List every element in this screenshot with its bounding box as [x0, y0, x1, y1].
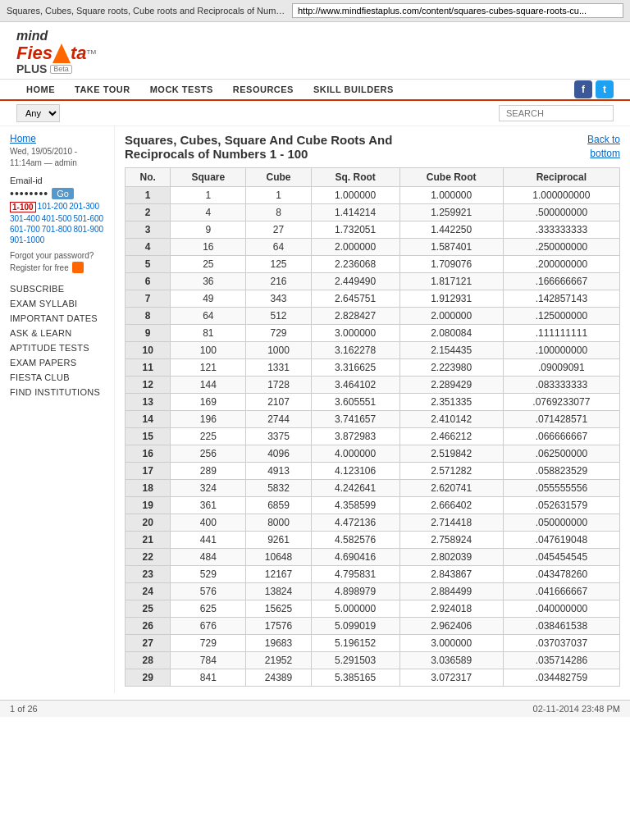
cell-no: 8: [126, 308, 171, 325]
col-cube-root: Cube Root: [399, 168, 503, 187]
cell-col-5: .043478260: [503, 566, 619, 583]
cell-col-3: 1.414214: [311, 204, 399, 221]
cell-col-2: 6859: [246, 497, 311, 514]
cell-col-1: 121: [171, 359, 246, 377]
cell-col-5: .200000000: [503, 256, 619, 273]
cell-col-1: 196: [171, 411, 246, 428]
cell-col-1: 576: [171, 583, 246, 600]
cell-col-4: 1.912931: [399, 290, 503, 308]
cell-col-5: .040000000: [503, 600, 619, 618]
range-601-700[interactable]: 601-700: [10, 225, 40, 234]
sidebar-find-institutions[interactable]: FIND INSTITUTIONS: [10, 385, 104, 399]
col-no: No.: [126, 168, 171, 187]
sidebar-subscribe[interactable]: SUBSCRIBE: [10, 281, 104, 296]
cell-col-4: 2.519842: [399, 445, 503, 463]
cell-col-1: 9: [171, 221, 246, 239]
nav-resources[interactable]: RESOURCES: [223, 80, 304, 99]
forgot-password[interactable]: Forgot your password?: [10, 251, 104, 260]
sidebar-exam-syllabi[interactable]: EXAM SYLLABI: [10, 296, 104, 311]
table-row: 1419627443.7416572.410142.071428571: [126, 411, 620, 428]
cell-col-3: 3.464102: [311, 377, 399, 394]
cell-no: 25: [126, 600, 171, 618]
cell-col-1: 324: [171, 480, 246, 497]
nav-skill-builders[interactable]: SKILL BUILDERS: [304, 80, 404, 99]
range-301-400[interactable]: 301-400: [10, 214, 40, 223]
cell-col-3: 3.162278: [311, 342, 399, 359]
cell-col-3: 4.582576: [311, 532, 399, 549]
cell-col-1: 36: [171, 273, 246, 290]
cell-no: 7: [126, 290, 171, 308]
cell-col-2: 27: [246, 221, 311, 239]
nav-home[interactable]: HOME: [16, 80, 65, 99]
cell-col-3: 5.196152: [311, 635, 399, 652]
nav-take-tour[interactable]: TAKE TOUR: [65, 80, 140, 99]
footer: 1 of 26 02-11-2014 23:48 PM: [0, 700, 630, 717]
cell-col-5: .050000000: [503, 514, 619, 532]
email-label: Email-id: [10, 176, 43, 185]
range-201-300[interactable]: 201-300: [69, 202, 99, 212]
cell-col-4: 2.758924: [399, 532, 503, 549]
social-links: f t: [574, 80, 614, 98]
cell-col-3: 4.000000: [311, 445, 399, 463]
cell-col-2: 8000: [246, 514, 311, 532]
cell-no: 1: [126, 187, 171, 204]
range-1-100[interactable]: 1-100: [10, 202, 36, 212]
cell-no: 2: [126, 204, 171, 221]
page-title: Squares, Cubes, Square And Cube Roots An…: [125, 133, 453, 161]
cell-no: 23: [126, 566, 171, 583]
logo-plus: PLUS: [16, 63, 47, 75]
sidebar-ask-learn[interactable]: ASK & LEARN: [10, 326, 104, 340]
sidebar-important-dates[interactable]: IMPORTANT DATES: [10, 311, 104, 326]
cell-col-4: 3.036589: [399, 652, 503, 669]
cell-col-5: .055555556: [503, 480, 619, 497]
cell-col-5: .038461538: [503, 618, 619, 635]
main-layout: Home Wed, 19/05/2010 - 11:14am — admin E…: [0, 126, 630, 693]
cell-col-1: 49: [171, 290, 246, 308]
search-input[interactable]: [499, 105, 614, 121]
table-row: 1522533753.8729832.466212.066666667: [126, 428, 620, 445]
search-select[interactable]: Any: [16, 104, 60, 122]
table-row: 9817293.0000002.080084.111111111: [126, 325, 620, 342]
cell-col-2: 4913: [246, 463, 311, 480]
cell-col-5: .045454545: [503, 549, 619, 566]
range-101-200[interactable]: 101-200: [38, 202, 68, 212]
sidebar-home-link[interactable]: Home: [10, 133, 104, 144]
range-701-800[interactable]: 701-800: [42, 225, 72, 234]
table-row: 1214417283.4641022.289429.083333333: [126, 377, 620, 394]
cell-col-3: 4.690416: [311, 549, 399, 566]
cell-col-4: 2.351335: [399, 394, 503, 411]
cell-col-3: 2.449490: [311, 273, 399, 290]
browser-url-bar[interactable]: [292, 3, 623, 18]
range-401-500[interactable]: 401-500: [42, 214, 72, 223]
nav-mock-tests[interactable]: MOCK TESTS: [140, 80, 223, 99]
cell-col-4: 1.817121: [399, 273, 503, 290]
cell-col-5: .0769233077: [503, 394, 619, 411]
range-501-600[interactable]: 501-600: [73, 214, 103, 223]
sidebar-aptitude-tests[interactable]: APTITUDE TESTS: [10, 340, 104, 355]
register-link[interactable]: Register for free: [10, 262, 104, 273]
sidebar-fiesta-club[interactable]: FIESTA CLUB: [10, 370, 104, 385]
cell-col-1: 841: [171, 669, 246, 687]
range-901-1000[interactable]: 901-1000: [10, 235, 44, 244]
cell-col-3: 4.795831: [311, 566, 399, 583]
cell-col-4: 1.587401: [399, 239, 503, 256]
cell-col-2: 24389: [246, 669, 311, 687]
range-801-900[interactable]: 801-900: [73, 225, 103, 234]
table-row: 1625640964.0000002.519842.062500000: [126, 445, 620, 463]
cell-col-2: 10648: [246, 549, 311, 566]
sidebar-exam-papers[interactable]: EXAM PAPERS: [10, 355, 104, 370]
cell-no: 18: [126, 480, 171, 497]
cell-col-5: .066666667: [503, 428, 619, 445]
cell-no: 10: [126, 342, 171, 359]
cell-col-4: 1.442250: [399, 221, 503, 239]
go-button[interactable]: Go: [52, 188, 74, 199]
cell-col-2: 13824: [246, 583, 311, 600]
facebook-button[interactable]: f: [574, 80, 592, 98]
back-to-bottom-link[interactable]: Back to bottom: [587, 133, 620, 161]
table-row: 23529121674.7958312.843867.043478260: [126, 566, 620, 583]
logo-tm: TM: [87, 49, 97, 57]
cell-col-2: 1000: [246, 342, 311, 359]
twitter-button[interactable]: t: [596, 80, 614, 98]
cell-no: 21: [126, 532, 171, 549]
cell-col-3: 5.000000: [311, 600, 399, 618]
